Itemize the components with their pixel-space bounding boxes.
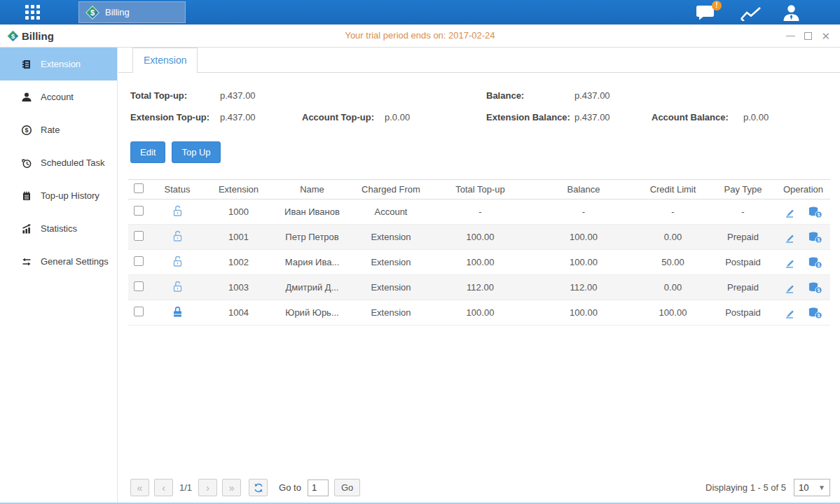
edit-icon[interactable] xyxy=(784,206,797,218)
edit-icon[interactable] xyxy=(784,231,797,244)
col-credit-limit: Credit Limit xyxy=(636,180,710,200)
sidebar-item-rate[interactable]: $ Rate xyxy=(0,113,117,146)
pay-type-cell: Postpaid xyxy=(710,300,776,326)
topup-icon[interactable]: $ xyxy=(808,206,822,218)
row-checkbox[interactable] xyxy=(134,231,144,241)
topup-icon[interactable]: $ xyxy=(808,307,822,319)
lock-open-icon xyxy=(172,280,184,293)
goto-page-input[interactable] xyxy=(308,479,329,496)
first-page-button[interactable]: « xyxy=(130,479,149,496)
topup-button[interactable]: Top Up xyxy=(172,141,220,163)
row-checkbox[interactable] xyxy=(134,281,144,291)
sidebar-item-label: Statistics xyxy=(41,223,77,234)
last-page-button[interactable]: » xyxy=(222,479,241,496)
sidebar-item-topup-history[interactable]: Top-up History xyxy=(0,179,117,212)
pagination-bar: « ‹ 1/1 › » Go to Go Displaying 1 - 5 of… xyxy=(130,479,830,496)
go-button[interactable]: Go xyxy=(334,479,360,496)
extension-balance-value: p.437.00 xyxy=(574,112,652,122)
notepad-icon xyxy=(20,190,33,202)
app-grid-icon[interactable] xyxy=(25,5,40,20)
edit-icon[interactable] xyxy=(784,307,797,319)
svg-text:$: $ xyxy=(25,127,28,134)
window-header: $ Billing Your trial period ends on: 201… xyxy=(0,24,840,48)
taskbar-tab-label: Billing xyxy=(105,7,130,18)
name-cell: Петр Петров xyxy=(272,225,352,250)
refresh-button[interactable] xyxy=(249,479,268,496)
row-checkbox[interactable] xyxy=(134,307,144,316)
sidebar-item-label: Account xyxy=(41,92,74,102)
displaying-text: Displaying 1 - 5 of 5 xyxy=(705,482,786,493)
col-total-topup: Total Top-up xyxy=(429,180,531,200)
edit-icon[interactable] xyxy=(784,256,797,269)
maximize-icon[interactable] xyxy=(804,32,812,40)
table-row: 1002 Мария Ива... Extension 100.00 100.0… xyxy=(128,250,830,275)
billing-diamond-icon: $ xyxy=(85,6,99,20)
chevron-down-icon: ▼ xyxy=(818,484,825,491)
page-size-select[interactable]: 10 ▼ xyxy=(794,479,830,496)
row-checkbox[interactable] xyxy=(134,256,144,266)
sidebar-item-label: Rate xyxy=(41,125,60,135)
topup-icon[interactable]: $ xyxy=(808,231,822,244)
table-row: 1004 Юрий Юрь... Extension 100.00 100.00… xyxy=(128,300,830,326)
sidebar-item-extension[interactable]: Extension xyxy=(0,48,117,80)
extension-topup-value: p.437.00 xyxy=(220,112,302,122)
lock-open-icon xyxy=(172,204,184,218)
user-icon xyxy=(782,4,801,22)
pay-type-cell: Prepaid xyxy=(710,275,776,300)
account-balance-label: Account Balance: xyxy=(652,112,743,122)
status-cell xyxy=(149,300,205,326)
extension-balance-label: Extension Balance: xyxy=(486,112,574,122)
balance-cell: - xyxy=(531,200,636,225)
extension-cell: 1002 xyxy=(205,250,272,275)
monitor-button[interactable] xyxy=(740,6,764,24)
row-checkbox[interactable] xyxy=(134,206,144,216)
col-balance: Balance xyxy=(531,180,636,200)
account-topup-value: p.0.00 xyxy=(385,112,410,122)
credit-limit-cell: - xyxy=(636,200,710,225)
col-pay-type: Pay Type xyxy=(710,180,776,200)
total-topup-cell: 100.00 xyxy=(429,225,531,250)
charged-from-cell: Extension xyxy=(352,300,429,326)
line-chart-icon xyxy=(740,6,762,21)
notifications-button[interactable]: ! xyxy=(696,4,719,22)
total-topup-cell: 100.00 xyxy=(429,300,531,326)
prev-page-button[interactable]: ‹ xyxy=(154,479,173,496)
balance-cell: 100.00 xyxy=(531,225,636,250)
next-page-button[interactable]: › xyxy=(198,479,217,496)
ledger-icon xyxy=(20,59,33,70)
topup-icon[interactable]: $ xyxy=(808,256,822,269)
sidebar-item-scheduled-task[interactable]: Scheduled Task xyxy=(0,146,117,179)
col-status: Status xyxy=(149,180,205,200)
page-indicator: 1/1 xyxy=(179,482,192,493)
credit-limit-cell: 0.00 xyxy=(636,225,710,250)
taskbar-tab-billing[interactable]: $ Billing xyxy=(78,1,186,23)
notification-badge: ! xyxy=(712,1,722,10)
total-topup-label: Total Top-up: xyxy=(130,90,220,101)
tab-extension[interactable]: Extension xyxy=(132,48,198,73)
minimize-icon[interactable] xyxy=(786,36,795,36)
edit-button[interactable]: Edit xyxy=(130,141,165,163)
pay-type-cell: - xyxy=(710,200,776,225)
sidebar-item-general-settings[interactable]: General Settings xyxy=(0,245,117,278)
sliders-icon xyxy=(20,256,33,267)
status-cell xyxy=(149,275,205,300)
lock-closed-icon xyxy=(172,305,184,318)
name-cell: Юрий Юрь... xyxy=(272,300,352,326)
main-content: Extension Total Top-up: p.437.00 Extensi… xyxy=(118,48,840,503)
account-balance-value: p.0.00 xyxy=(743,112,769,122)
trial-notice: Your trial period ends on: 2017-02-24 xyxy=(0,24,840,47)
sidebar-item-account[interactable]: Account xyxy=(0,80,117,113)
toolbar: Edit Top Up xyxy=(130,141,840,163)
topup-icon[interactable]: $ xyxy=(808,281,822,294)
user-menu-button[interactable] xyxy=(782,4,806,22)
pay-type-cell: Prepaid xyxy=(710,225,776,250)
sidebar-item-statistics[interactable]: Statistics xyxy=(0,212,117,245)
extension-cell: 1001 xyxy=(205,225,272,250)
sidebar: Extension Account $ Rate xyxy=(0,48,118,503)
dollar-circle-icon: $ xyxy=(20,125,33,136)
total-topup-value: p.437.00 xyxy=(220,90,256,101)
select-all-checkbox[interactable] xyxy=(134,183,144,193)
close-icon[interactable]: ✕ xyxy=(821,31,830,41)
edit-icon[interactable] xyxy=(784,281,797,294)
table-row: 1000 Иван Иванов Account - - - - $ xyxy=(128,200,830,225)
